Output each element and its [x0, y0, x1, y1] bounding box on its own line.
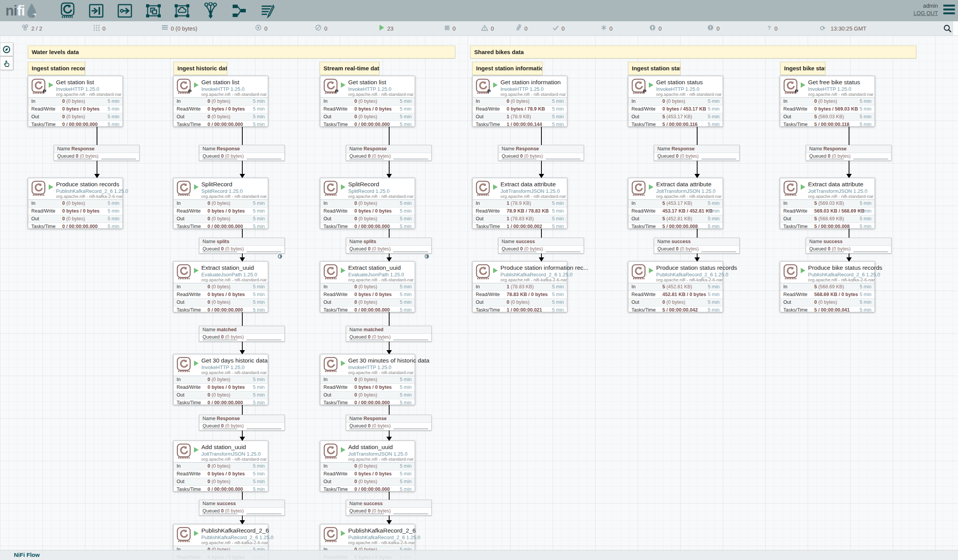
conn-queued-count: 0: [520, 246, 523, 252]
birdseye-panel-edge[interactable]: [953, 21, 958, 36]
processor[interactable]: Extract station_uuid EvaluateJsonPath 1.…: [320, 261, 415, 312]
processor[interactable]: Produce station records PublishKafkaReco…: [28, 178, 123, 229]
running-icon: [194, 361, 199, 366]
processor[interactable]: Extract data attribute JoltTransformJSON…: [472, 178, 567, 229]
search-icon: [943, 24, 952, 33]
connection-label[interactable]: Name splits Queued 0 (0 bytes): [346, 238, 432, 254]
connection-label[interactable]: Name success Queued 0 (0 bytes): [498, 238, 584, 254]
stat-label: Tasks/Time: [323, 486, 348, 493]
connection-label[interactable]: Name matched Queued 0 (0 bytes): [199, 326, 285, 342]
processor[interactable]: P Get free bike status InvokeHTTP 1.25.0…: [780, 76, 875, 127]
conn-queued-count: 0: [368, 508, 371, 514]
connection-label[interactable]: Name Response Queued 0 (0 bytes): [346, 415, 432, 431]
processor[interactable]: P Get station list InvokeHTTP 1.25.0 org…: [173, 76, 268, 127]
stat-window: 5 min: [708, 283, 720, 291]
processor-name: Extract data attribute: [808, 181, 863, 188]
output-port-icon[interactable]: [111, 2, 139, 20]
connection-label[interactable]: Name Response Queued 0 (0 bytes): [199, 145, 285, 161]
column-label[interactable]: Ingest historic data: [174, 62, 227, 75]
template-icon[interactable]: [225, 2, 254, 20]
processor-name: Produce station information rec...: [500, 264, 588, 271]
column-label[interactable]: Stream real-time data: [320, 62, 379, 75]
processor-name: Get 30 minutes of historic data: [348, 357, 429, 364]
conn-name-prefix: Name: [349, 327, 362, 332]
funnel-icon[interactable]: [196, 2, 225, 20]
stat-value: 0 (0 bytes): [662, 98, 685, 105]
process-group-icon[interactable]: [139, 2, 168, 20]
processor[interactable]: P Get station list InvokeHTTP 1.25.0 org…: [320, 76, 415, 127]
connection-label[interactable]: Name Response Queued 0 (0 bytes): [199, 415, 285, 431]
remote-process-group-icon[interactable]: [168, 2, 196, 20]
stale-icon: [649, 24, 656, 32]
column-label[interactable]: Ingest bike status: [780, 62, 825, 75]
queue-percent-bars: [502, 251, 580, 252]
running-icon: [341, 268, 345, 273]
processor[interactable]: Produce station information rec... Publi…: [472, 261, 567, 312]
group-label[interactable]: Shared bikes data: [470, 46, 916, 58]
connection-label[interactable]: Name Response Queued 0 (0 bytes): [654, 145, 740, 161]
processor[interactable]: SplitRecord SplitRecord 1.25.0 org.apach…: [320, 178, 415, 229]
last-refresh[interactable]: ⟳13:30:25 GMT: [820, 21, 866, 36]
global-menu-icon[interactable]: [943, 5, 955, 16]
connection-label[interactable]: Name Response Queued 0 (0 bytes): [498, 145, 584, 161]
processor[interactable]: P Get station status InvokeHTTP 1.25.0 o…: [628, 76, 723, 127]
input-port-icon[interactable]: [82, 2, 111, 20]
connection-label[interactable]: Name matched Queued 0 (0 bytes): [346, 326, 432, 342]
connection-label[interactable]: Name success Queued 0 (0 bytes): [199, 500, 285, 516]
processor-type: JoltTransformJSON 1.25.0: [656, 188, 715, 194]
processor[interactable]: Produce station status records PublishKa…: [628, 261, 723, 312]
column-label[interactable]: Ingest station records: [28, 62, 85, 75]
conn-name: Response: [364, 416, 387, 421]
stat-label: Read/Write: [783, 208, 807, 215]
connection-label[interactable]: Name Response Queued 0 (0 bytes): [54, 145, 140, 161]
processor[interactable]: Add station_uuid JoltTransformJSON 1.25.…: [173, 441, 268, 492]
label-icon[interactable]: [254, 2, 282, 20]
stat-value: 0 bytes / 0 bytes: [208, 106, 245, 113]
stat-value: 0 (0 bytes): [354, 463, 377, 470]
navigate-palette-button[interactable]: [0, 43, 13, 56]
processor-name: Get station list: [201, 79, 239, 86]
processor[interactable]: P Get station information InvokeHTTP 1.2…: [472, 76, 567, 127]
stat-row: Out 5 (569.03 KB) 5 min: [780, 113, 875, 121]
breadcrumb[interactable]: NiFi Flow: [14, 551, 40, 558]
processor[interactable]: Produce bike status records PublishKafka…: [780, 261, 875, 312]
connection-label[interactable]: Name Response Queued 0 (0 bytes): [806, 145, 892, 161]
connection-label[interactable]: Name success Queued 0 (0 bytes): [654, 238, 740, 254]
flow-canvas[interactable]: Water levels dataShared bikes dataIngest…: [0, 36, 958, 560]
processor-icon[interactable]: [53, 2, 82, 20]
processor[interactable]: Add station_uuid JoltTransformJSON 1.25.…: [320, 441, 415, 492]
processor[interactable]: Get 30 minutes of historic data InvokeHT…: [320, 354, 415, 405]
search-button[interactable]: [943, 24, 952, 33]
processor[interactable]: Extract data attribute JoltTransformJSON…: [780, 178, 875, 229]
locally-modified-icon: [601, 25, 607, 32]
status-count: 0: [324, 26, 327, 32]
processor[interactable]: P Get station list InvokeHTTP 1.25.0 org…: [28, 76, 123, 127]
stat-value: 0 (0 bytes): [354, 98, 377, 105]
stat-value: 5 (453.17 KB): [662, 200, 692, 207]
connection-label[interactable]: Name success Queued 0 (0 bytes): [346, 500, 432, 516]
connection-label[interactable]: Name success Queued 0 (0 bytes): [806, 238, 892, 254]
stat-row: In 0 (0 bytes) 5 min: [628, 97, 723, 105]
stat-label: Read/Write: [323, 291, 347, 298]
operate-palette-button[interactable]: [0, 56, 13, 70]
column-label[interactable]: Ingest station information: [472, 62, 543, 75]
status-count: 0: [524, 26, 527, 32]
connection-label[interactable]: Name splits Queued 0 (0 bytes): [199, 238, 285, 254]
stat-window: 5 min: [253, 106, 265, 113]
stat-row: Tasks/Time 0 / 00:00:00.000 5 min: [320, 121, 415, 128]
stat-label: In: [783, 200, 787, 207]
queue-percent-bars: [349, 251, 428, 252]
column-label[interactable]: Ingest station status: [628, 62, 681, 75]
group-label[interactable]: Water levels data: [28, 46, 455, 58]
processor[interactable]: Extract station_uuid EvaluateJsonPath 1.…: [173, 261, 268, 312]
processor[interactable]: Get 30 days historic data InvokeHTTP 1.2…: [173, 354, 268, 405]
logout-link[interactable]: LOG OUT: [914, 10, 938, 17]
conn-name: splits: [364, 239, 376, 244]
stat-row: Out 0 (0 bytes) 5 min: [780, 298, 875, 306]
processor[interactable]: Extract data attribute JoltTransformJSON…: [628, 178, 723, 229]
stat-value: 0 bytes / 0 bytes: [62, 208, 100, 215]
stat-value: 0 (0 bytes): [507, 299, 529, 306]
connection-label[interactable]: Name Response Queued 0 (0 bytes): [346, 145, 432, 161]
processor[interactable]: SplitRecord SplitRecord 1.25.0 org.apach…: [173, 178, 268, 229]
conn-name: Response: [217, 416, 240, 421]
